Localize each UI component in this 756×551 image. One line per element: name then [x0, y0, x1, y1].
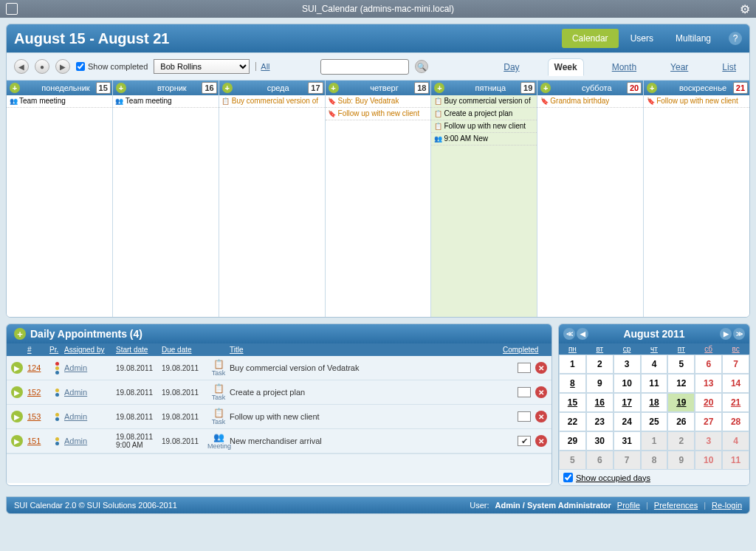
- mini-day-cell[interactable]: 30: [586, 431, 614, 451]
- mini-day-cell[interactable]: 18: [641, 393, 668, 412]
- appt-id-link[interactable]: 151: [27, 437, 49, 445]
- tab-multilang[interactable]: Multilang: [665, 29, 721, 48]
- event-item[interactable]: 👥9:00 AM New: [431, 133, 537, 146]
- view-month[interactable]: Month: [606, 59, 642, 75]
- day-column[interactable]: +вторник16👥Team meeting: [113, 81, 219, 317]
- search-input[interactable]: [320, 59, 409, 75]
- nav-prev-button[interactable]: ◀: [14, 59, 29, 74]
- mini-day-cell[interactable]: 23: [586, 412, 614, 431]
- completed-checkbox[interactable]: ✔: [518, 436, 531, 446]
- mini-day-cell[interactable]: 15: [559, 393, 586, 412]
- event-item[interactable]: 🔖Sub: Buy Vedatrak: [326, 95, 431, 108]
- event-item[interactable]: 📋Follow up with new client: [431, 120, 537, 133]
- day-column[interactable]: +воскресенье21🔖Follow up with new client: [644, 81, 749, 317]
- mini-day-cell[interactable]: 1: [559, 355, 586, 374]
- mini-day-cell[interactable]: 11: [722, 451, 749, 470]
- mini-day-cell[interactable]: 8: [559, 374, 586, 393]
- add-event-button[interactable]: +: [116, 83, 126, 93]
- all-users-link[interactable]: All: [255, 62, 269, 71]
- day-column[interactable]: +четверг18🔖Sub: Buy Vedatrak🔖Follow up w…: [326, 81, 432, 317]
- col-completed[interactable]: Completed: [503, 346, 547, 354]
- mini-day-cell[interactable]: 29: [559, 431, 586, 451]
- mini-day-cell[interactable]: 11: [641, 374, 668, 393]
- mini-day-cell[interactable]: 10: [614, 374, 641, 393]
- mini-day-cell[interactable]: 5: [559, 451, 586, 470]
- mini-day-cell[interactable]: 28: [722, 412, 749, 431]
- completed-checkbox[interactable]: [518, 411, 531, 422]
- mini-day-cell[interactable]: 25: [641, 412, 668, 431]
- help-icon[interactable]: ?: [729, 32, 742, 45]
- go-button[interactable]: ▶: [11, 411, 23, 422]
- show-completed-input[interactable]: [76, 62, 85, 71]
- day-column[interactable]: +понедельник15👥Team meeting: [7, 81, 113, 317]
- mini-day-cell[interactable]: 3: [695, 431, 722, 451]
- mini-prev-year-button[interactable]: ≪: [563, 328, 575, 340]
- mini-day-cell[interactable]: 7: [722, 355, 749, 374]
- appointment-row[interactable]: ▶ 152 Admin 19.08.2011 19.08.2011 📋Task …: [7, 380, 551, 405]
- delete-button[interactable]: ✕: [535, 411, 547, 422]
- user-select[interactable]: Bob Rollins: [154, 59, 250, 74]
- go-button[interactable]: ▶: [11, 386, 23, 398]
- view-day[interactable]: Day: [498, 59, 525, 75]
- day-column[interactable]: +суббота20🔖Grandma birthday: [537, 81, 644, 317]
- mini-day-cell[interactable]: 2: [667, 431, 695, 451]
- add-event-button[interactable]: +: [540, 83, 551, 93]
- gear-icon[interactable]: ⚙: [740, 2, 750, 16]
- mini-day-cell[interactable]: 3: [614, 355, 641, 374]
- appt-id-link[interactable]: 124: [27, 363, 49, 372]
- appointment-row[interactable]: ▶ 124 Admin 19.08.2011 19.08.2011 📋Task …: [7, 356, 551, 380]
- mini-day-cell[interactable]: 5: [667, 355, 695, 374]
- mini-day-cell[interactable]: 20: [695, 393, 722, 412]
- col-pr[interactable]: Pr.: [49, 346, 64, 354]
- add-appointment-button[interactable]: +: [14, 328, 26, 340]
- mini-day-cell[interactable]: 13: [695, 374, 722, 393]
- col-id[interactable]: #: [27, 346, 49, 354]
- mini-day-cell[interactable]: 17: [614, 393, 641, 412]
- day-column[interactable]: +пятница19📋Buy commercial version of📋Cre…: [431, 81, 537, 317]
- relogin-link[interactable]: Re-login: [712, 501, 742, 510]
- nav-today-button[interactable]: ●: [35, 59, 49, 74]
- mini-day-cell[interactable]: 27: [695, 412, 722, 431]
- completed-checkbox[interactable]: [518, 387, 531, 397]
- col-due[interactable]: Due date: [162, 346, 207, 354]
- appt-id-link[interactable]: 153: [27, 412, 49, 421]
- delete-button[interactable]: ✕: [535, 386, 547, 398]
- completed-checkbox[interactable]: [518, 363, 531, 373]
- mini-day-cell[interactable]: 22: [559, 412, 586, 431]
- view-list[interactable]: List: [716, 59, 742, 75]
- appointment-row[interactable]: ▶ 151 Admin 19.08.20119:00 AM 19.08.2011…: [7, 429, 551, 454]
- event-item[interactable]: 🔖Follow up with new client: [644, 95, 749, 108]
- mini-day-cell[interactable]: 1: [641, 431, 668, 451]
- assigned-by-link[interactable]: Admin: [64, 437, 116, 445]
- event-item[interactable]: 📋Buy commercial version of: [219, 95, 325, 108]
- event-item[interactable]: 🔖Grandma birthday: [537, 95, 643, 108]
- event-item[interactable]: 📋Create a project plan: [431, 108, 537, 120]
- mini-day-cell[interactable]: 24: [614, 412, 641, 431]
- mini-day-cell[interactable]: 2: [586, 355, 614, 374]
- mini-day-cell[interactable]: 9: [586, 374, 614, 393]
- go-button[interactable]: ▶: [11, 435, 23, 447]
- mini-day-cell[interactable]: 14: [722, 374, 749, 393]
- appointment-row[interactable]: ▶ 153 Admin 19.08.2011 19.08.2011 📋Task …: [7, 405, 551, 429]
- appt-id-link[interactable]: 152: [27, 388, 49, 397]
- mini-prev-month-button[interactable]: ◀: [577, 328, 588, 340]
- show-occupied-checkbox[interactable]: [563, 473, 573, 482]
- profile-link[interactable]: Profile: [617, 501, 640, 510]
- add-event-button[interactable]: +: [647, 83, 657, 93]
- assigned-by-link[interactable]: Admin: [64, 388, 116, 397]
- nav-next-button[interactable]: ▶: [55, 59, 70, 74]
- mini-day-cell[interactable]: 12: [667, 374, 695, 393]
- mini-day-cell[interactable]: 6: [586, 451, 614, 470]
- view-week[interactable]: Week: [548, 58, 584, 76]
- add-event-button[interactable]: +: [434, 83, 444, 93]
- event-item[interactable]: 📋Buy commercial version of: [431, 95, 537, 108]
- mini-day-cell[interactable]: 6: [695, 355, 722, 374]
- search-button[interactable]: 🔍: [415, 60, 428, 73]
- event-item[interactable]: 👥Team meeting: [113, 95, 219, 108]
- mini-day-cell[interactable]: 10: [695, 451, 722, 470]
- assigned-by-link[interactable]: Admin: [64, 363, 116, 372]
- mini-day-cell[interactable]: 26: [667, 412, 695, 431]
- mini-day-cell[interactable]: 16: [586, 393, 614, 412]
- show-completed-checkbox[interactable]: Show completed: [76, 62, 148, 71]
- go-button[interactable]: ▶: [11, 362, 23, 374]
